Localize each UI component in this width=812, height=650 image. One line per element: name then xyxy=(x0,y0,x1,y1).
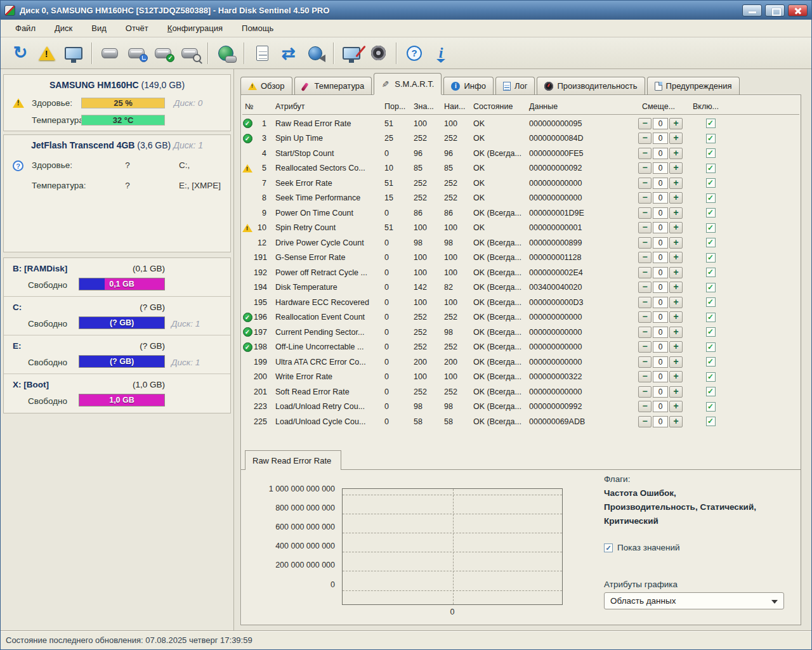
toolbar-disk-search-button[interactable] xyxy=(176,40,203,67)
offset-plus-button[interactable]: + xyxy=(669,133,683,144)
offset-plus-button[interactable]: + xyxy=(669,386,683,398)
tab-лог[interactable]: Лог xyxy=(495,77,535,94)
smart-attribute-row[interactable]: 7Seek Error Rate51252252OK000000000000−0… xyxy=(241,176,801,191)
enabled-checkbox[interactable] xyxy=(706,178,716,188)
enabled-checkbox[interactable] xyxy=(706,357,716,367)
smart-attribute-row[interactable]: 1Raw Read Error Rate51100100OK0000000000… xyxy=(241,116,801,131)
menu-item-2[interactable]: Вид xyxy=(82,21,116,36)
toolbar-speaker-button[interactable] xyxy=(365,40,391,67)
smart-attribute-row[interactable]: 198Off-Line Uncorrectable ...0252252OK (… xyxy=(241,340,801,355)
menu-item-0[interactable]: Файл xyxy=(6,21,45,36)
col-header-number[interactable]: № xyxy=(241,102,272,111)
offset-plus-button[interactable]: + xyxy=(669,207,683,219)
offset-minus-button[interactable]: − xyxy=(638,416,652,427)
toolbar-disk-detect-button[interactable] xyxy=(96,40,123,67)
smart-attribute-row[interactable]: 3Spin Up Time25252252OK00000000084D−0+ xyxy=(241,131,801,146)
offset-plus-button[interactable]: + xyxy=(669,162,683,174)
smart-attribute-row[interactable]: 12Drive Power Cycle Count09898OK (Всегда… xyxy=(241,235,801,250)
offset-minus-button[interactable]: − xyxy=(638,341,652,353)
toolbar-refresh-button[interactable] xyxy=(7,40,34,67)
offset-plus-button[interactable]: + xyxy=(669,282,683,293)
offset-plus-button[interactable]: + xyxy=(669,297,683,308)
tab-температура[interactable]: Температура xyxy=(294,77,372,94)
enabled-checkbox[interactable] xyxy=(706,193,716,203)
enabled-checkbox[interactable] xyxy=(706,164,716,173)
offset-minus-button[interactable]: − xyxy=(638,133,652,144)
offset-minus-button[interactable]: − xyxy=(638,386,652,398)
offset-plus-button[interactable]: + xyxy=(669,148,683,159)
enabled-checkbox[interactable] xyxy=(706,327,716,337)
offset-plus-button[interactable]: + xyxy=(669,222,683,233)
tab-предупреждения[interactable]: Предупреждения xyxy=(647,77,740,94)
toolbar-world-disk-button[interactable] xyxy=(213,40,239,67)
enabled-checkbox[interactable] xyxy=(706,283,716,292)
enabled-checkbox[interactable] xyxy=(706,297,716,307)
smart-attribute-row[interactable]: 223Load/Unload Retry Cou...09898OK (Всег… xyxy=(241,400,801,415)
menu-item-1[interactable]: Диск xyxy=(45,21,82,36)
close-button[interactable] xyxy=(788,4,808,16)
offset-plus-button[interactable]: + xyxy=(669,252,683,263)
enabled-checkbox[interactable] xyxy=(706,223,716,233)
partition-B[interactable]: B: [RAMDisk](0,1 GB)Свободно0,1 GB xyxy=(4,258,230,297)
offset-plus-button[interactable]: + xyxy=(669,341,683,353)
maximize-button[interactable] xyxy=(765,4,785,16)
offset-plus-button[interactable]: + xyxy=(669,311,683,323)
tab-инфо[interactable]: Инфо xyxy=(443,77,493,94)
offset-minus-button[interactable]: − xyxy=(638,267,652,278)
chart-attribute-tab[interactable]: Raw Read Error Rate xyxy=(245,450,341,470)
show-values-checkbox[interactable] xyxy=(604,543,613,552)
enabled-checkbox[interactable] xyxy=(706,387,716,396)
enabled-checkbox[interactable] xyxy=(706,342,716,352)
menu-item-5[interactable]: Помощь xyxy=(232,21,283,36)
smart-attribute-row[interactable]: 191G-Sense Error Rate0100100OK (Всегда..… xyxy=(241,250,801,266)
col-header-status[interactable]: Состояние xyxy=(469,102,525,111)
offset-minus-button[interactable]: − xyxy=(638,371,652,382)
offset-plus-button[interactable]: + xyxy=(669,267,683,278)
col-header-worst[interactable]: Наи... xyxy=(440,102,469,111)
toolbar-info-button[interactable] xyxy=(428,40,454,67)
enabled-checkbox[interactable] xyxy=(706,253,716,263)
tab-s.m.a.r.t.[interactable]: S.M.A.R.T. xyxy=(374,73,442,94)
enabled-checkbox[interactable] xyxy=(706,417,716,426)
offset-minus-button[interactable]: − xyxy=(638,178,652,189)
partition-C[interactable]: C:(? GB)Свободно(? GB)Диск: 1 xyxy=(4,297,230,335)
smart-attribute-row[interactable]: 8Seek Time Performance15252252OK00000000… xyxy=(241,191,801,206)
enabled-checkbox[interactable] xyxy=(706,238,716,247)
toolbar-help-button[interactable] xyxy=(401,40,428,67)
offset-minus-button[interactable]: − xyxy=(638,237,652,249)
col-header-attribute[interactable]: Атрибут xyxy=(272,102,381,111)
enabled-checkbox[interactable] xyxy=(706,372,716,382)
enabled-checkbox[interactable] xyxy=(706,402,716,412)
offset-plus-button[interactable]: + xyxy=(669,178,683,189)
smart-attribute-row[interactable]: 4Start/Stop Count09696OK (Всегда...00000… xyxy=(241,146,801,161)
enabled-checkbox[interactable] xyxy=(706,208,716,218)
offset-plus-button[interactable]: + xyxy=(669,237,683,249)
tab-обзор[interactable]: Обзор xyxy=(240,77,292,94)
graph-attributes-dropdown[interactable]: Область данных xyxy=(604,592,784,609)
offset-plus-button[interactable]: + xyxy=(669,416,683,427)
offset-minus-button[interactable]: − xyxy=(638,401,652,412)
menu-item-4[interactable]: Конфигурация xyxy=(158,21,232,36)
smart-attribute-row[interactable]: 200Write Error Rate0100100OK (Всегда...0… xyxy=(241,370,801,385)
toolbar-network-alert-button[interactable] xyxy=(302,40,329,67)
offset-plus-button[interactable]: + xyxy=(669,401,683,412)
offset-minus-button[interactable]: − xyxy=(638,252,652,263)
offset-minus-button[interactable]: − xyxy=(638,282,652,293)
col-header-data[interactable]: Данные xyxy=(525,102,634,111)
disk-card-jetflash[interactable]: JetFlash Transcend 4GB (3,6 GB) Диск: 1 … xyxy=(3,134,231,252)
smart-attribute-row[interactable]: 10Spin Retry Count51100100OK000000000001… xyxy=(241,221,801,236)
smart-attribute-row[interactable]: 196Reallocation Event Count0252252OK (Вс… xyxy=(241,310,801,325)
minimize-button[interactable] xyxy=(742,4,762,16)
smart-attribute-row[interactable]: 192Power off Retract Cycle ...0100100OK … xyxy=(241,265,801,280)
offset-minus-button[interactable]: − xyxy=(638,207,652,219)
offset-minus-button[interactable]: − xyxy=(638,356,652,368)
smart-attribute-row[interactable]: 199Ultra ATA CRC Error Co...0200200OK (В… xyxy=(241,354,801,370)
toolbar-report-button[interactable] xyxy=(249,40,275,67)
enabled-checkbox[interactable] xyxy=(706,313,716,322)
toolbar-sync-button[interactable] xyxy=(275,40,302,67)
enabled-checkbox[interactable] xyxy=(706,119,716,128)
smart-attribute-row[interactable]: 5Reallocated Sectors Co...108585OK000000… xyxy=(241,161,801,176)
col-header-threshold[interactable]: Пор... xyxy=(381,102,410,111)
tab-производительность[interactable]: Производительность xyxy=(537,77,645,94)
offset-minus-button[interactable]: − xyxy=(638,222,652,233)
